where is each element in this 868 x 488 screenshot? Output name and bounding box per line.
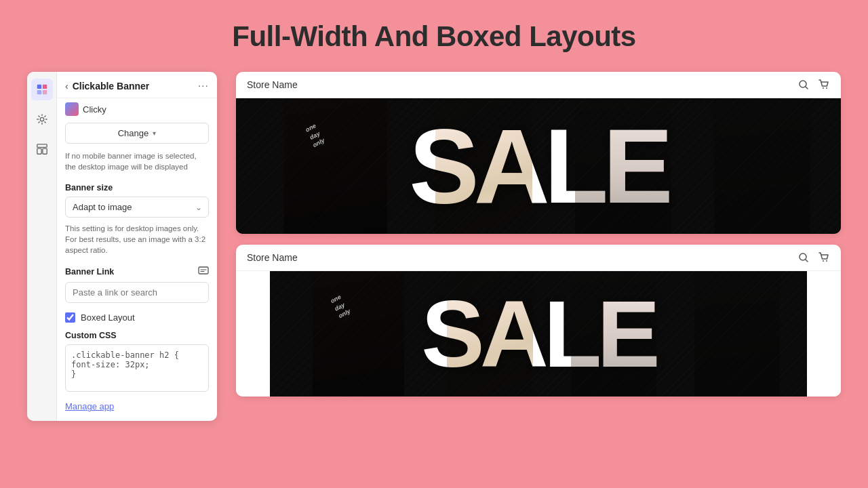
previews-column: Store Name bbox=[236, 72, 841, 396]
preview-banner-1: SALE onedayonly bbox=[236, 98, 841, 234]
svg-rect-8 bbox=[199, 267, 208, 274]
page-title: Full-Width And Boxed Layouts bbox=[232, 20, 635, 53]
preview-header-icons-2 bbox=[797, 251, 830, 264]
cart-icon bbox=[818, 79, 830, 91]
svg-rect-0 bbox=[37, 85, 41, 89]
custom-css-label: Custom CSS bbox=[57, 329, 217, 344]
svg-rect-7 bbox=[42, 148, 46, 154]
preview-card-fullwidth: Store Name bbox=[236, 72, 841, 234]
svg-point-10 bbox=[823, 87, 824, 89]
desktop-note: This setting is for desktop images only.… bbox=[57, 220, 217, 262]
banner-size-select[interactable]: Adapt to image Full width Custom bbox=[65, 197, 209, 218]
back-button[interactable]: ‹ bbox=[65, 81, 68, 92]
mobile-note: If no mobile banner image is selected, t… bbox=[57, 150, 217, 179]
svg-point-11 bbox=[826, 87, 827, 89]
search-icon bbox=[797, 79, 810, 91]
sidebar-icon-blocks[interactable] bbox=[31, 138, 53, 160]
link-icon bbox=[198, 265, 209, 278]
preview-header-2: Store Name bbox=[236, 245, 841, 271]
banner-size-label: Banner size bbox=[57, 179, 217, 197]
clicky-label: Clicky bbox=[83, 104, 106, 115]
boxed-layout-label: Boxed Layout bbox=[81, 312, 135, 323]
banner-size-select-wrapper: Adapt to image Full width Custom ⌄ bbox=[65, 197, 209, 218]
editor-panel: ‹ Clickable Banner ··· Clicky Change ▾ I… bbox=[27, 72, 217, 421]
search-input-wrapper bbox=[65, 282, 209, 303]
sidebar-icon-grid[interactable] bbox=[31, 79, 53, 100]
svg-point-4 bbox=[40, 117, 43, 121]
preview-header-1: Store Name bbox=[236, 72, 841, 98]
manage-app-link[interactable]: Manage app bbox=[57, 399, 217, 421]
banner-link-label: Banner Link bbox=[65, 267, 114, 277]
store-name-1: Store Name bbox=[247, 79, 797, 90]
panel-title: Clickable Banner bbox=[73, 81, 194, 92]
banner-link-input[interactable] bbox=[65, 282, 209, 303]
banner-link-row: Banner Link bbox=[57, 262, 217, 282]
preview-card-boxed: Store Name bbox=[236, 245, 841, 396]
svg-rect-5 bbox=[37, 144, 46, 148]
svg-point-14 bbox=[826, 260, 827, 262]
custom-css-textarea[interactable]: .clickable-banner h2 { font-size: 32px; … bbox=[65, 344, 209, 392]
sidebar-icons bbox=[27, 72, 57, 421]
svg-rect-1 bbox=[42, 85, 46, 89]
svg-rect-3 bbox=[42, 90, 46, 94]
preview-banner-2: SALE oneday bbox=[270, 271, 807, 396]
boxed-layout-row: Boxed Layout bbox=[57, 310, 217, 329]
panel-main: ‹ Clickable Banner ··· Clicky Change ▾ I… bbox=[57, 72, 217, 421]
clicky-app-icon bbox=[65, 102, 79, 116]
svg-rect-2 bbox=[37, 90, 41, 94]
chevron-down-icon: ▾ bbox=[153, 129, 156, 137]
preview-header-icons-1 bbox=[797, 79, 830, 91]
clicky-row: Clicky bbox=[57, 98, 217, 123]
sidebar-icon-gear[interactable] bbox=[31, 108, 53, 130]
search-icon-2 bbox=[797, 251, 810, 264]
change-button-label: Change bbox=[118, 128, 149, 138]
preview-banner-boxed-wrapper: SALE oneday bbox=[236, 271, 841, 396]
svg-rect-6 bbox=[37, 148, 41, 154]
store-name-2: Store Name bbox=[247, 252, 797, 263]
more-options-button[interactable]: ··· bbox=[198, 80, 209, 92]
boxed-layout-checkbox[interactable] bbox=[65, 312, 75, 323]
panel-header: ‹ Clickable Banner ··· bbox=[57, 72, 217, 98]
cart-icon-2 bbox=[818, 251, 830, 264]
change-button[interactable]: Change ▾ bbox=[65, 123, 209, 144]
svg-point-13 bbox=[823, 260, 824, 262]
